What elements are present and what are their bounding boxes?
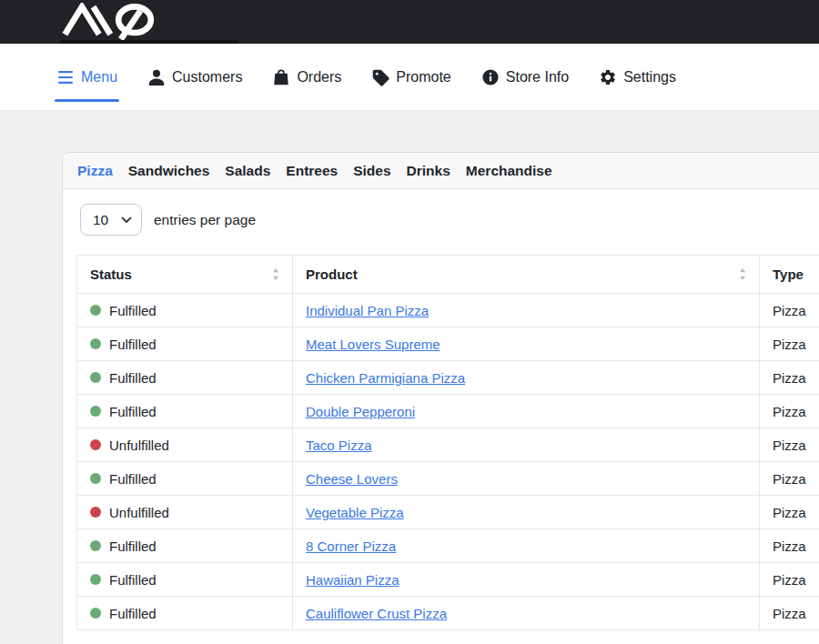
entries-per-page-select[interactable]: 10 <box>80 204 142 236</box>
tab-pizza[interactable]: Pizza <box>77 163 113 179</box>
product-link[interactable]: Taco Pizza <box>306 438 372 453</box>
type-cell: Pizza <box>760 361 819 395</box>
nav-label: Store Info <box>506 69 569 86</box>
info-circle-icon <box>481 68 500 86</box>
status-label: Fulfilled <box>109 606 157 621</box>
type-cell: Pizza <box>760 496 819 529</box>
column-header-type[interactable]: Type <box>760 256 819 294</box>
shopping-bag-icon <box>272 68 290 86</box>
person-icon <box>147 68 166 86</box>
column-label: Status <box>90 267 132 282</box>
table-header-row: Status Product <box>77 256 819 294</box>
product-link[interactable]: Meat Lovers Supreme <box>306 337 440 352</box>
tag-icon <box>371 68 389 86</box>
table-row: Fulfilled Cheese Lovers Pizza <box>77 462 819 496</box>
status-label: Fulfilled <box>109 538 157 554</box>
nav-item-promote[interactable]: Promote <box>371 68 450 86</box>
app-logo <box>60 3 156 40</box>
nav-label: Orders <box>297 69 341 86</box>
logo-underline-strip <box>60 40 238 44</box>
product-link[interactable]: Hawaiian Pizza <box>306 572 399 588</box>
product-link[interactable]: Cauliflower Crust Pizza <box>306 606 447 621</box>
column-header-status[interactable]: Status <box>77 256 293 294</box>
chevron-down-icon <box>121 216 132 224</box>
status-dot <box>90 406 101 417</box>
status-dot <box>90 439 101 450</box>
type-cell: Pizza <box>760 529 819 563</box>
column-label: Product <box>306 267 358 282</box>
status-dot <box>90 540 101 551</box>
product-link[interactable]: 8 Corner Pizza <box>306 538 396 554</box>
status-dot <box>90 338 101 349</box>
status-label: Fulfilled <box>109 572 157 588</box>
status-dot <box>90 574 101 585</box>
type-cell: Pizza <box>760 428 819 462</box>
entries-per-page-label: entries per page <box>154 212 256 228</box>
type-cell: Pizza <box>760 327 819 361</box>
type-cell: Pizza <box>760 563 819 597</box>
entries-per-page-value: 10 <box>93 212 108 228</box>
status-dot <box>90 608 101 619</box>
status-label: Fulfilled <box>109 370 157 386</box>
status-label: Fulfilled <box>109 303 157 318</box>
menu-card: Pizza Sandwiches Salads Entrees Sides Dr… <box>62 152 819 644</box>
nav-item-customers[interactable]: Customers <box>147 68 242 86</box>
nav-item-menu[interactable]: Menu <box>56 69 117 86</box>
tab-entrees[interactable]: Entrees <box>286 163 338 179</box>
table-row: Fulfilled Cauliflower Crust Pizza Pizza <box>77 597 819 630</box>
product-link[interactable]: Vegetable Pizza <box>306 505 404 520</box>
category-tabs: Pizza Sandwiches Salads Entrees Sides Dr… <box>63 153 819 189</box>
product-link[interactable]: Individual Pan Pizza <box>306 303 429 318</box>
type-cell: Pizza <box>760 597 819 630</box>
product-link[interactable]: Chicken Parmigiana Pizza <box>306 370 465 386</box>
table-row: Unfulfilled Taco Pizza Pizza <box>77 428 819 462</box>
nav-label: Promote <box>396 69 450 86</box>
status-label: Fulfilled <box>109 337 157 352</box>
main-navigation: Menu Customers Orders Promote <box>0 44 819 111</box>
status-dot <box>90 372 101 383</box>
nav-item-settings[interactable]: Settings <box>599 68 676 86</box>
page-content: Pizza Sandwiches Salads Entrees Sides Dr… <box>0 111 819 644</box>
status-label: Fulfilled <box>109 404 157 419</box>
status-dot <box>90 507 101 518</box>
product-link[interactable]: Cheese Lovers <box>306 471 398 487</box>
tab-sandwiches[interactable]: Sandwiches <box>128 163 210 179</box>
sort-icon <box>272 268 279 280</box>
nav-item-orders[interactable]: Orders <box>272 68 341 86</box>
table-row: Fulfilled Double Pepperoni Pizza <box>77 395 819 428</box>
gear-icon <box>599 68 617 86</box>
tab-merchandise[interactable]: Merchandise <box>466 163 552 179</box>
tab-drinks[interactable]: Drinks <box>407 163 450 179</box>
table-row: Fulfilled Hawaiian Pizza Pizza <box>77 563 819 597</box>
tab-sides[interactable]: Sides <box>353 163 390 179</box>
nav-label: Customers <box>172 69 242 86</box>
nav-label: Settings <box>623 69 676 86</box>
entries-per-page-row: 10 entries per page <box>76 204 819 236</box>
tab-salads[interactable]: Salads <box>225 163 270 179</box>
table-row: Fulfilled Chicken Parmigiana Pizza Pizza <box>77 361 819 395</box>
type-cell: Pizza <box>760 462 819 496</box>
type-cell: Pizza <box>760 294 819 327</box>
table-row: Fulfilled Meat Lovers Supreme Pizza <box>77 327 819 361</box>
hamburger-icon <box>56 69 75 86</box>
table-row: Unfulfilled Vegetable Pizza Pizza <box>77 496 819 529</box>
column-label: Type <box>773 267 804 282</box>
status-label: Unfulfilled <box>109 505 169 520</box>
table-row: Fulfilled Individual Pan Pizza Pizza <box>77 294 819 327</box>
status-label: Unfulfilled <box>109 438 169 453</box>
status-dot <box>90 473 101 484</box>
status-label: Fulfilled <box>109 471 157 487</box>
product-link[interactable]: Double Pepperoni <box>306 404 415 419</box>
status-dot <box>90 305 101 316</box>
products-table: Status Product <box>76 255 819 630</box>
nav-label: Menu <box>81 69 117 86</box>
table-row: Fulfilled 8 Corner Pizza Pizza <box>77 529 819 563</box>
top-header-bar <box>0 0 819 44</box>
nav-item-store-info[interactable]: Store Info <box>481 68 569 86</box>
card-body: 10 entries per page Status <box>63 189 819 644</box>
sort-icon <box>739 268 746 280</box>
column-header-product[interactable]: Product <box>293 256 760 294</box>
type-cell: Pizza <box>760 395 819 428</box>
